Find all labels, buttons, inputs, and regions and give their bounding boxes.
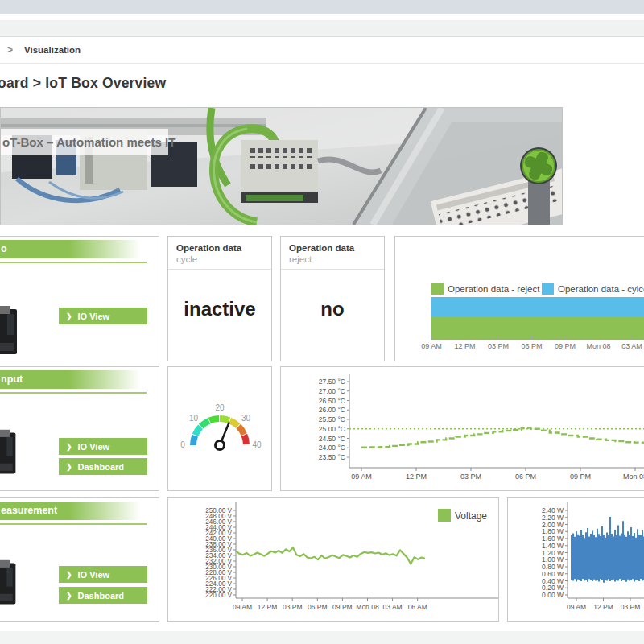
svg-text:Mon 08: Mon 08 [623, 473, 644, 481]
dashboard-button[interactable]: ❯ Dashboard [59, 458, 147, 475]
svg-text:06 PM: 06 PM [515, 473, 536, 481]
banner-photo [1, 108, 562, 225]
svg-text:12 PM: 12 PM [454, 342, 475, 350]
dashboard-button-label: Dashboard [78, 462, 124, 472]
svg-text:0.00 W: 0.00 W [542, 591, 564, 599]
io-view-button[interactable]: ❯ IO View [59, 438, 147, 455]
banner-caption: oT-Box – Automation meets IT [0, 129, 168, 155]
svg-text:03 AM: 03 AM [621, 342, 642, 350]
io-view-button[interactable]: ❯ IO View [59, 308, 147, 324]
svg-text:220.00 V: 220.00 V [205, 592, 232, 599]
reject-status-value: no [281, 298, 384, 320]
svg-text:Mon 08: Mon 08 [356, 603, 379, 611]
panel-subtitle: reject [289, 254, 312, 264]
svg-text:09 AM: 09 AM [421, 342, 442, 350]
device-panel-2-title: nput [0, 370, 23, 389]
device-photo [0, 306, 20, 361]
svg-text:27.50 °C: 27.50 °C [319, 378, 345, 386]
chevron-right-icon: ❯ [66, 592, 72, 600]
svg-text:0: 0 [180, 440, 185, 449]
svg-text:09 PM: 09 PM [570, 473, 591, 481]
io-view-button-label: IO View [78, 442, 110, 452]
temperature-gauge-panel: 010203040 [167, 366, 272, 491]
svg-text:09 PM: 09 PM [332, 603, 353, 611]
temperature-gauge: 010203040 [168, 367, 271, 490]
chevron-right-icon: ❯ [66, 443, 72, 451]
banner-caption-text: oT-Box – Automation meets IT [0, 135, 175, 149]
svg-text:06 PM: 06 PM [521, 342, 542, 350]
power-chart-panel: 2.40 W2.20 W2.00 W1.80 W1.60 W1.40 W1.20… [507, 497, 644, 622]
svg-text:25.00 °C: 25.00 °C [319, 425, 345, 433]
svg-text:40: 40 [252, 440, 262, 449]
svg-text:09 AM: 09 AM [233, 603, 252, 611]
device-photo [0, 555, 19, 615]
device-panel-3-title: easurement [0, 502, 57, 520]
device-panel-3-header: easurement [0, 502, 159, 520]
device-panel-1-header: o [0, 240, 159, 258]
device-panel-2-header: nput [0, 370, 159, 389]
svg-text:27.00 °C: 27.00 °C [319, 387, 345, 395]
panel-title: Operation data [176, 243, 242, 253]
svg-text:03 PM: 03 PM [460, 473, 481, 481]
page-title: oard > IoT Box Overview [0, 75, 166, 92]
svg-text:12 PM: 12 PM [258, 603, 278, 611]
svg-text:30: 30 [242, 414, 251, 423]
operation-status-chart-panel: Operation data - rejectOperation data - … [394, 236, 644, 361]
dashboard-button-label: Dashboard [78, 591, 124, 601]
device-panel-1: o ❯ IO View [0, 236, 159, 361]
svg-text:03 AM: 03 AM [383, 603, 402, 611]
svg-text:20: 20 [215, 403, 225, 412]
temperature-chart-panel: 27.50 °C27.00 °C26.50 °C26.00 °C25.50 °C… [280, 366, 644, 491]
header-underline [0, 262, 147, 263]
panel-subtitle: cycle [176, 254, 197, 264]
secondary-top-bar [0, 20, 644, 37]
svg-text:Mon 08: Mon 08 [586, 342, 610, 350]
temperature-trend-chart: 27.50 °C27.00 °C26.50 °C26.00 °C25.50 °C… [281, 367, 644, 490]
io-view-button-label: IO View [78, 312, 110, 321]
svg-text:10: 10 [189, 414, 199, 423]
io-view-button[interactable]: ❯ IO View [59, 566, 147, 583]
svg-text:12 PM: 12 PM [593, 603, 613, 611]
voltage-chart-panel: 250.00 V248.00 V246.00 V244.00 V242.00 V… [167, 497, 499, 622]
device-panel-1-title: o [0, 240, 7, 258]
svg-text:06 AM: 06 AM [408, 603, 427, 611]
panel-title: Operation data [289, 243, 354, 253]
operation-data-reject-panel: Operation data reject no [280, 236, 385, 361]
chevron-right-icon: ❯ [66, 463, 72, 471]
breadcrumb: > Visualization [0, 37, 644, 64]
svg-text:06 PM: 06 PM [308, 603, 328, 611]
svg-text:24.50 °C: 24.50 °C [319, 435, 345, 443]
svg-text:03 PM: 03 PM [621, 603, 641, 611]
svg-text:09 AM: 09 AM [351, 473, 372, 481]
dashboard-button[interactable]: ❯ Dashboard [59, 587, 147, 604]
divider [168, 269, 271, 270]
device-panel-2: nput ❯ IO View ❯ Dashboard [0, 366, 159, 491]
svg-text:09 AM: 09 AM [567, 603, 586, 611]
svg-text:03 PM: 03 PM [488, 342, 509, 350]
operation-data-cycle-panel: Operation data cycle inactive [167, 236, 272, 361]
svg-text:03 PM: 03 PM [283, 603, 303, 611]
svg-text:Operation data - cylce: Operation data - cylce [558, 284, 644, 294]
io-view-button-label: IO View [78, 570, 110, 580]
svg-text:24.00 °C: 24.00 °C [319, 444, 345, 452]
svg-text:12 PM: 12 PM [406, 473, 427, 481]
chevron-right-icon: ❯ [66, 571, 72, 579]
divider [281, 269, 384, 270]
breadcrumb-item-visualization[interactable]: Visualization [24, 45, 80, 55]
svg-text:25.50 °C: 25.50 °C [319, 415, 345, 423]
svg-text:23.50 °C: 23.50 °C [319, 453, 345, 461]
chevron-right-icon: ❯ [66, 312, 72, 320]
footer-strip [0, 631, 644, 644]
device-panel-3: easurement ❯ IO View ❯ Dashboard [0, 497, 159, 622]
header-underline [0, 523, 147, 525]
svg-text:26.00 °C: 26.00 °C [319, 406, 345, 414]
header-underline [0, 392, 147, 394]
power-trend-chart: 2.40 W2.20 W2.00 W1.80 W1.60 W1.40 W1.20… [508, 498, 644, 621]
svg-text:Voltage: Voltage [455, 510, 487, 522]
browser-top-bar [0, 0, 644, 14]
breadcrumb-chevron-icon: > [7, 44, 13, 56]
voltage-trend-chart: 250.00 V248.00 V246.00 V244.00 V242.00 V… [168, 498, 498, 621]
svg-text:26.50 °C: 26.50 °C [319, 397, 345, 405]
operation-status-chart: Operation data - rejectOperation data - … [395, 237, 644, 361]
cycle-status-value: inactive [168, 298, 271, 320]
